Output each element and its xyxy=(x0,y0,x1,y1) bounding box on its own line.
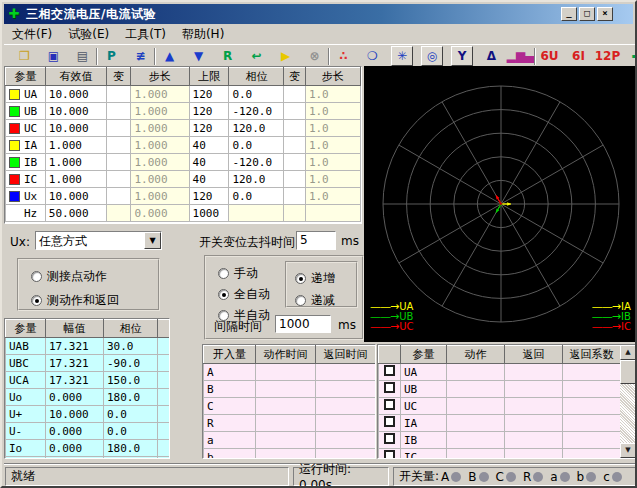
rms-value-cell[interactable]: 10.000 xyxy=(45,188,106,205)
limit-cell[interactable]: 120 xyxy=(189,188,229,205)
radio-circle[interactable] xyxy=(31,295,42,306)
step2-cell[interactable]: 1.0 xyxy=(305,103,360,120)
radio-circle[interactable] xyxy=(295,295,306,306)
toolbar-button[interactable]: 6I xyxy=(568,46,589,66)
radio-circle[interactable] xyxy=(31,271,42,282)
step-cell[interactable]: 1.000 xyxy=(131,154,189,171)
phase-cell[interactable]: 0.0 xyxy=(229,188,284,205)
step-cell[interactable]: 1.000 xyxy=(131,137,189,154)
maximize-button[interactable]: □ xyxy=(579,7,595,21)
toolbar-button[interactable]: ▂▆▄ xyxy=(510,46,531,66)
toolbar-button[interactable]: ↩ xyxy=(246,46,267,66)
checkbox[interactable] xyxy=(384,365,395,376)
toolbar-button[interactable]: Y xyxy=(451,46,473,66)
rms-value-cell[interactable]: 10.000 xyxy=(45,103,106,120)
toolbar-button[interactable]: ▤ xyxy=(72,46,93,66)
toolbar-button[interactable]: ≢ xyxy=(130,46,151,66)
step2-cell[interactable]: 1.0 xyxy=(305,188,360,205)
phase-cell[interactable]: 120.0 xyxy=(229,171,284,188)
checkbox[interactable] xyxy=(384,450,395,459)
radio-option[interactable]: 手动 xyxy=(218,265,270,282)
rms-value-cell[interactable]: 1.000 xyxy=(45,171,106,188)
radio-option[interactable]: 递增 xyxy=(295,270,356,287)
toolbar-button[interactable]: Δ xyxy=(481,46,502,66)
vary2-cell[interactable] xyxy=(284,120,305,137)
checkbox[interactable] xyxy=(384,399,395,410)
phase-cell[interactable]: 0.0 xyxy=(229,86,284,103)
toolbar-button[interactable]: 6U xyxy=(539,46,560,66)
step-cell[interactable]: 0.000 xyxy=(131,205,189,222)
select-cell[interactable] xyxy=(379,364,401,381)
limit-cell[interactable]: 120 xyxy=(189,86,229,103)
phase-cell[interactable]: -120.0 xyxy=(229,103,284,120)
radio-option[interactable]: 全自动 xyxy=(218,286,270,303)
toolbar-button[interactable]: ▲ xyxy=(159,46,180,66)
close-button[interactable]: × xyxy=(597,7,613,21)
step2-cell[interactable] xyxy=(305,205,360,222)
radio-circle[interactable] xyxy=(218,289,229,300)
toolbar-button[interactable]: ◎ xyxy=(421,46,443,66)
step2-cell[interactable]: 1.0 xyxy=(305,154,360,171)
scroll-up-icon[interactable]: ▲ xyxy=(620,345,636,360)
debounce-input[interactable]: 5 xyxy=(296,231,336,250)
menu-item[interactable]: 文件(F) xyxy=(4,24,60,45)
toolbar-button[interactable]: ✳ xyxy=(391,46,413,66)
checkbox[interactable] xyxy=(384,416,395,427)
vary-cell[interactable] xyxy=(106,120,130,137)
toolbar-button[interactable]: ❍ xyxy=(362,46,383,66)
rms-value-cell[interactable]: 10.000 xyxy=(45,120,106,137)
vary-cell[interactable] xyxy=(106,171,130,188)
step2-cell[interactable]: 1.0 xyxy=(305,137,360,154)
checkbox[interactable] xyxy=(384,433,395,444)
step-cell[interactable]: 1.000 xyxy=(131,120,189,137)
step2-cell[interactable]: 1.0 xyxy=(305,86,360,103)
toolbar-button[interactable]: ▼ xyxy=(188,46,209,66)
toolbar-button[interactable]: P xyxy=(101,46,122,66)
scroll-down-icon[interactable]: ▼ xyxy=(620,443,636,458)
toolbar-button[interactable]: ▣ xyxy=(43,46,64,66)
select-cell[interactable] xyxy=(379,449,401,460)
phase-cell[interactable] xyxy=(229,205,284,222)
toolbar-button[interactable]: ▶ xyxy=(275,46,296,66)
limit-cell[interactable]: 40 xyxy=(189,137,229,154)
rms-value-cell[interactable]: 50.000 xyxy=(45,205,106,222)
vary2-cell[interactable] xyxy=(284,205,305,222)
step2-cell[interactable]: 1.0 xyxy=(305,120,360,137)
vary2-cell[interactable] xyxy=(284,86,305,103)
step-cell[interactable]: 1.000 xyxy=(131,103,189,120)
select-cell[interactable] xyxy=(379,432,401,449)
radio-option[interactable]: 递减 xyxy=(295,292,356,309)
vary-cell[interactable] xyxy=(106,86,130,103)
phase-cell[interactable]: 120.0 xyxy=(229,120,284,137)
vary2-cell[interactable] xyxy=(284,103,305,120)
ux-mode-select[interactable]: 任意方式 ▼ xyxy=(35,231,162,250)
toolbar-button[interactable]: ❐ xyxy=(14,46,35,66)
menu-item[interactable]: 试验(E) xyxy=(60,24,117,45)
limit-cell[interactable]: 40 xyxy=(189,171,229,188)
vary2-cell[interactable] xyxy=(284,171,305,188)
radio-option[interactable]: 测接点动作 xyxy=(31,268,158,285)
vary-cell[interactable] xyxy=(106,188,130,205)
radio-circle[interactable] xyxy=(295,273,306,284)
select-cell[interactable] xyxy=(379,398,401,415)
select-cell[interactable] xyxy=(379,381,401,398)
rms-value-cell[interactable]: 1.000 xyxy=(45,137,106,154)
radio-option[interactable]: 测动作和返回 xyxy=(31,292,158,309)
vary-cell[interactable] xyxy=(106,205,130,222)
limit-cell[interactable]: 1000 xyxy=(189,205,229,222)
step-cell[interactable]: 1.000 xyxy=(131,86,189,103)
menu-item[interactable]: 帮助(H) xyxy=(174,24,232,45)
chevron-down-icon[interactable]: ▼ xyxy=(144,232,161,249)
toolbar-button[interactable]: ∴ xyxy=(333,46,354,66)
minimize-button[interactable]: _ xyxy=(561,7,577,21)
vary-cell[interactable] xyxy=(106,103,130,120)
limit-cell[interactable]: 120 xyxy=(189,120,229,137)
phase-cell[interactable]: 0.0 xyxy=(229,137,284,154)
step-cell[interactable]: 1.000 xyxy=(131,171,189,188)
radio-circle[interactable] xyxy=(218,268,229,279)
phase-cell[interactable]: -120.0 xyxy=(229,154,284,171)
vary2-cell[interactable] xyxy=(284,188,305,205)
rms-value-cell[interactable]: 10.000 xyxy=(45,86,106,103)
toolbar-button[interactable]: 12P xyxy=(597,46,618,66)
menu-item[interactable]: 工具(T) xyxy=(117,24,174,45)
